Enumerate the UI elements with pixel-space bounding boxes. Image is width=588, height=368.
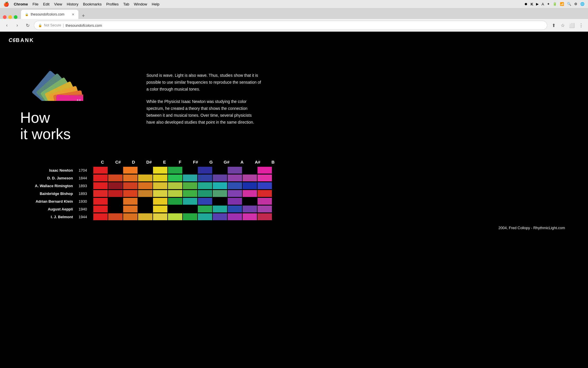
color-cell: [228, 175, 242, 181]
color-cell: [93, 198, 108, 205]
color-cell: [243, 190, 257, 197]
color-cell: [183, 198, 197, 205]
color-cell: [108, 198, 123, 205]
note-header: F#: [188, 160, 203, 164]
color-cell: [93, 175, 108, 181]
color-cell: [123, 167, 138, 174]
table-row: August Aeppli1940: [20, 206, 568, 212]
new-tab-button[interactable]: +: [80, 13, 87, 19]
color-cell: [168, 182, 182, 189]
bookmark-button[interactable]: ☆: [559, 21, 567, 29]
note-header: G#: [219, 160, 234, 164]
color-cell: [153, 213, 167, 220]
apple-logo: 🍎: [3, 1, 9, 7]
color-cell: [213, 190, 227, 197]
color-cell: [258, 198, 272, 205]
close-button[interactable]: [3, 15, 7, 19]
menu-view[interactable]: View: [54, 2, 62, 6]
back-button[interactable]: ‹: [3, 21, 11, 29]
color-cell: [198, 198, 212, 205]
row-physicist-name: I. J. Belmont: [20, 215, 78, 219]
menu-history[interactable]: History: [67, 2, 78, 6]
color-cell: [183, 167, 197, 174]
menu-edit[interactable]: Edit: [43, 2, 49, 6]
row-physicist-name: A. Wallace Rimington: [20, 184, 78, 188]
color-cell: [258, 167, 272, 174]
color-cell: [228, 206, 242, 212]
more-button[interactable]: ⋮: [577, 21, 585, 29]
note-header: E: [157, 160, 172, 164]
table-row: Isaac Newton1704: [20, 167, 568, 174]
share-button[interactable]: ⬆: [550, 21, 558, 29]
row-physicist-name: D. D. Jameson: [20, 176, 78, 180]
color-cell: [258, 213, 272, 220]
color-cell: [138, 167, 152, 174]
color-cell: [153, 182, 167, 189]
row-physicist-name: Bainbridge Bishop: [20, 191, 78, 196]
reload-button[interactable]: ↻: [24, 21, 32, 29]
color-cell: [108, 182, 123, 189]
table-row: D. D. Jameson1844: [20, 175, 568, 181]
note-header: F: [172, 160, 188, 164]
row-year: 1930: [78, 199, 93, 204]
svg-text:⠿ ⠿: ⠿ ⠿: [76, 99, 81, 101]
color-cell: [213, 206, 227, 212]
color-cells: [93, 167, 272, 174]
color-cell: [198, 167, 212, 174]
paragraph-2: While the Physicist Isaac Newton was stu…: [146, 98, 261, 126]
color-cell: [243, 213, 257, 220]
minimize-button[interactable]: [8, 15, 12, 19]
color-cells: [93, 175, 272, 181]
menu-tab[interactable]: Tab: [123, 2, 129, 6]
sys-icon-play: ▶: [536, 2, 539, 6]
browser-chrome: 🍎 Chrome File Edit View History Bookmark…: [0, 0, 588, 32]
color-cell: [123, 182, 138, 189]
color-cell: [153, 198, 167, 205]
color-cell: [108, 206, 123, 212]
color-cell: [93, 190, 108, 197]
color-cell: [243, 167, 257, 174]
table-row: A. Wallace Rimington1893: [20, 182, 568, 189]
note-header: C: [95, 160, 110, 164]
color-cell: [138, 198, 152, 205]
tab-close-button[interactable]: ✕: [72, 13, 74, 16]
menu-window[interactable]: Window: [134, 2, 147, 6]
color-cell: [138, 206, 152, 212]
color-cell: [93, 167, 108, 174]
note-header: A: [234, 160, 250, 164]
row-year: 1893: [78, 184, 93, 188]
menu-bookmarks[interactable]: Bookmarks: [83, 2, 102, 6]
color-table-section: CC#DD#EFF#GG#AA#B Isaac Newton1704D. D. …: [9, 160, 579, 230]
note-header: D: [126, 160, 141, 164]
color-cell: [213, 175, 227, 181]
left-panel: ⠿ ⠿ C6bank How it works: [14, 55, 123, 142]
address-bar-actions: ⬆ ☆ ⬜ ⋮: [550, 21, 585, 29]
menu-chrome[interactable]: Chrome: [14, 2, 28, 6]
color-cell: [168, 167, 182, 174]
logo-bank: BANK: [16, 37, 34, 43]
maximize-button[interactable]: [14, 15, 18, 19]
active-tab[interactable]: 🔒 thesoundofcolors.com ✕: [21, 10, 78, 19]
menu-file[interactable]: File: [32, 2, 38, 6]
color-cell: [228, 213, 242, 220]
table-row: I. J. Belmont1944: [20, 213, 568, 220]
row-year: 1893: [78, 191, 93, 196]
sys-icon-k: K: [531, 2, 533, 6]
color-rows: Isaac Newton1704D. D. Jameson1844A. Wall…: [20, 167, 568, 221]
color-cell: [123, 206, 138, 212]
note-headers: CC#DD#EFF#GG#AA#B: [95, 160, 568, 164]
color-cell: [168, 175, 182, 181]
menu-help[interactable]: Help: [152, 2, 160, 6]
color-cells: [93, 190, 272, 197]
color-cell: [153, 206, 167, 212]
tab-view-button[interactable]: ⬜: [568, 21, 576, 29]
security-label: Not Secure: [44, 23, 61, 27]
forward-button[interactable]: ›: [13, 21, 21, 29]
sys-icon-bt: ✦: [547, 2, 550, 6]
menu-profiles[interactable]: Profiles: [106, 2, 119, 6]
color-cell: [168, 206, 182, 212]
site-content: C6BANK: [0, 32, 588, 290]
color-cell: [258, 175, 272, 181]
address-bar[interactable]: 🔒 Not Secure | thesoundofcolors.com: [34, 21, 547, 30]
color-cell: [153, 190, 167, 197]
